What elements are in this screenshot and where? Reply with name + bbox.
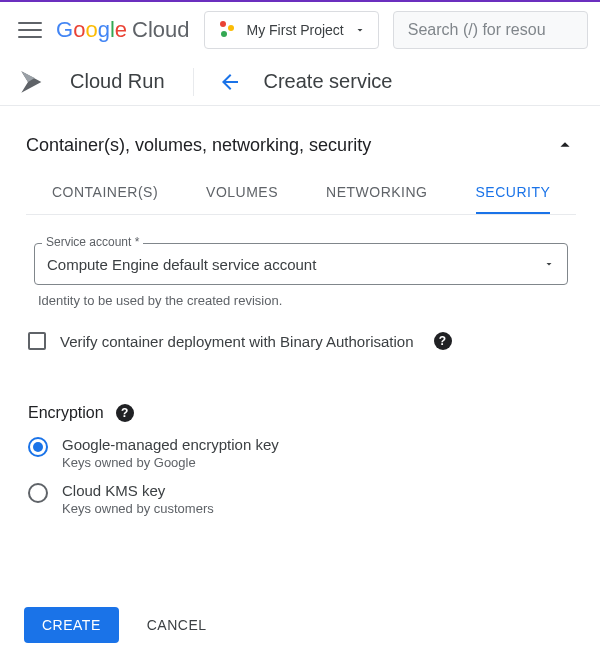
tab-containers[interactable]: CONTAINER(S) — [52, 174, 158, 214]
binary-auth-row: Verify container deployment with Binary … — [28, 332, 576, 350]
project-name: My First Project — [247, 22, 344, 38]
service-account-select[interactable]: Compute Engine default service account — [34, 243, 568, 285]
section-title: Container(s), volumes, networking, secur… — [26, 135, 371, 156]
cancel-button[interactable]: CANCEL — [147, 617, 207, 633]
tab-volumes[interactable]: VOLUMES — [206, 174, 278, 214]
breadcrumb-bar: Cloud Run Create service — [0, 58, 600, 106]
tabs: CONTAINER(S) VOLUMES NETWORKING SECURITY — [26, 174, 576, 215]
encryption-heading: Encryption — [28, 404, 104, 422]
encryption-option-kms[interactable]: Cloud KMS key Keys owned by customers — [28, 482, 576, 516]
page-title: Create service — [264, 70, 393, 93]
help-icon[interactable]: ? — [116, 404, 134, 422]
binary-auth-checkbox[interactable] — [28, 332, 46, 350]
radio-title: Cloud KMS key — [62, 482, 214, 499]
project-picker[interactable]: My First Project — [204, 11, 379, 49]
content: Container(s), volumes, networking, secur… — [0, 106, 600, 548]
back-arrow-icon[interactable] — [218, 70, 242, 94]
radio-title: Google-managed encryption key — [62, 436, 279, 453]
radio-button[interactable] — [28, 437, 48, 457]
caret-down-icon — [543, 258, 555, 270]
search-box[interactable] — [393, 11, 588, 49]
tab-networking[interactable]: NETWORKING — [326, 174, 427, 214]
service-account-field: Service account * Compute Engine default… — [34, 243, 568, 285]
help-icon[interactable]: ? — [434, 332, 452, 350]
collapse-section-button[interactable] — [554, 134, 576, 156]
service-account-help: Identity to be used by the created revis… — [38, 293, 576, 308]
divider — [193, 68, 194, 96]
google-cloud-logo[interactable]: Google Cloud — [56, 17, 190, 43]
tab-security[interactable]: SECURITY — [476, 174, 551, 214]
encryption-option-google[interactable]: Google-managed encryption key Keys owned… — [28, 436, 576, 470]
create-button[interactable]: CREATE — [24, 607, 119, 643]
search-input[interactable] — [408, 21, 573, 39]
radio-button[interactable] — [28, 483, 48, 503]
radio-subtitle: Keys owned by Google — [62, 455, 279, 470]
menu-icon[interactable] — [18, 18, 42, 42]
topbar: Google Cloud My First Project — [0, 2, 600, 58]
caret-down-icon — [354, 24, 366, 36]
binary-auth-label: Verify container deployment with Binary … — [60, 333, 414, 350]
service-account-label: Service account * — [42, 235, 143, 249]
footer: CREATE CANCEL — [0, 595, 600, 655]
radio-subtitle: Keys owned by customers — [62, 501, 214, 516]
cloud-run-logo-icon — [16, 66, 48, 98]
service-title: Cloud Run — [70, 70, 165, 93]
project-icon — [217, 20, 237, 40]
service-account-value: Compute Engine default service account — [47, 256, 316, 273]
